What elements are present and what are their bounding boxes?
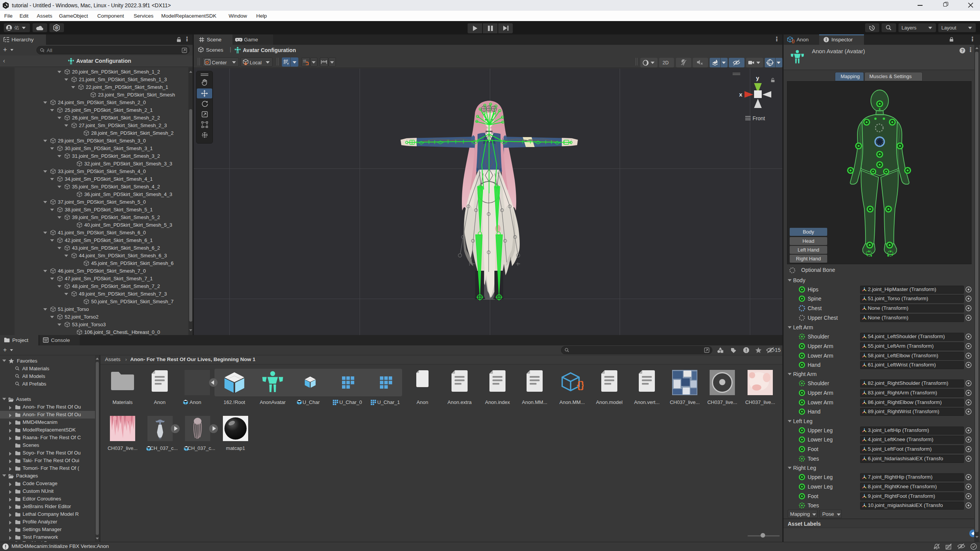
svg-text:x: x xyxy=(739,91,743,98)
svg-text:?: ? xyxy=(961,48,964,53)
svg-text:{}: {} xyxy=(577,379,584,391)
svg-text:Y: Y xyxy=(287,62,289,65)
svg-text:{}: {} xyxy=(792,39,795,43)
svg-text:y: y xyxy=(756,75,759,81)
svg-text:D: D xyxy=(56,26,58,29)
